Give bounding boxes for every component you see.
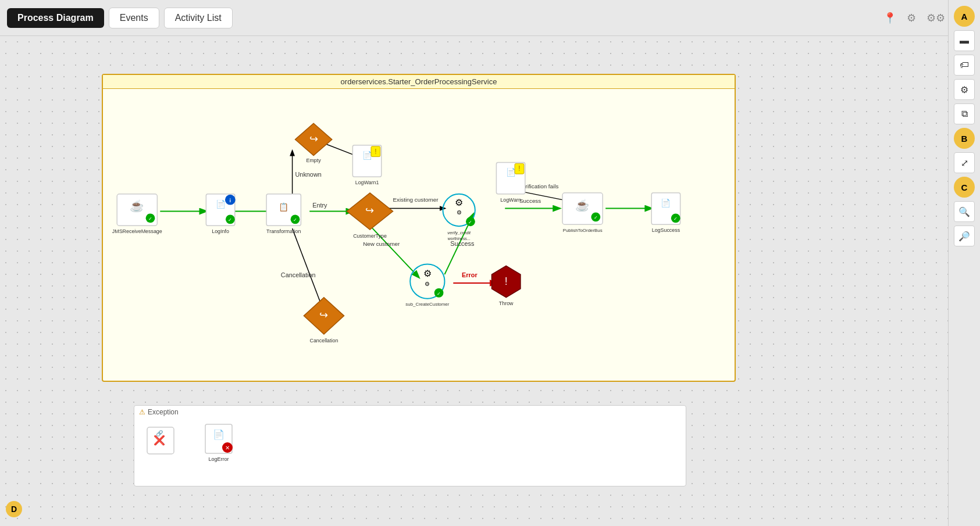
gear-btn[interactable]: ⚙ — [954, 79, 975, 100]
svg-text:sub_CreateCustomer: sub_CreateCustomer — [405, 302, 449, 307]
main-content: orderservices.Starter_OrderProcessingSer… — [0, 36, 948, 526]
svg-text:New customer: New customer — [363, 241, 400, 247]
corner-label-D: D — [6, 501, 22, 517]
svg-text:Cancellation: Cancellation — [310, 338, 338, 343]
right-sidebar: A ▬ 🏷 ⚙ ⧉ B ⤢ C 🔍 🔎 — [948, 0, 980, 526]
svg-text:Throw: Throw — [499, 300, 514, 306]
svg-text:Success: Success — [450, 240, 475, 247]
svg-text:JMSReceiveMessage: JMSReceiveMessage — [112, 228, 162, 234]
svg-text:✓: ✓ — [437, 291, 441, 296]
svg-text:☕: ☕ — [575, 198, 590, 212]
svg-text:📄: 📄 — [661, 198, 671, 208]
binoculars-btn[interactable]: ⧉ — [954, 103, 975, 124]
svg-text:LogWarn: LogWarn — [500, 197, 521, 203]
svg-text:✓: ✓ — [293, 217, 297, 223]
svg-text:📋: 📋 — [279, 202, 289, 212]
svg-text:Cancellation: Cancellation — [281, 271, 316, 278]
svg-text:!: ! — [518, 164, 520, 173]
svg-text:Error: Error — [462, 271, 477, 278]
zoom-out-icon: 🔎 — [958, 231, 970, 242]
svg-text:🔗: 🔗 — [156, 430, 163, 437]
svg-text:✓: ✓ — [468, 220, 472, 225]
exception-title: ⚠ Exception — [134, 406, 686, 418]
process-diagram-svg: Unknown verification fails Error Success… — [103, 88, 735, 381]
exception-icon: ⚠ — [139, 408, 145, 416]
svg-text:↪: ↪ — [309, 133, 318, 145]
svg-text:↪: ↪ — [319, 309, 328, 321]
svg-text:verify_credit: verify_credit — [447, 230, 471, 235]
svg-text:PublishToOrderBus: PublishToOrderBus — [563, 228, 603, 233]
svg-text:i: i — [230, 198, 231, 203]
minimize-btn[interactable]: ▬ — [954, 30, 975, 51]
svg-text:↪: ↪ — [366, 205, 375, 216]
svg-text:LogError: LogError — [208, 456, 229, 462]
zoom-in-icon: 🔍 — [958, 206, 970, 217]
settings2-icon[interactable]: ⚙⚙ — [926, 12, 945, 24]
svg-text:Success: Success — [519, 198, 541, 204]
svg-text:worthiness...: worthiness... — [447, 237, 471, 241]
svg-text:LogWarn1: LogWarn1 — [355, 180, 379, 185]
svg-text:📄: 📄 — [213, 429, 224, 440]
svg-text:Transformation: Transformation — [266, 228, 301, 234]
binoculars-icon: ⧉ — [961, 109, 968, 119]
svg-text:LogInfo: LogInfo — [212, 228, 229, 234]
tab-events[interactable]: Events — [109, 8, 159, 28]
tag-btn[interactable]: 🏷 — [954, 55, 975, 76]
svg-text:✓: ✓ — [673, 216, 678, 221]
circle-A[interactable]: A — [954, 6, 975, 27]
svg-text:⚙: ⚙ — [423, 269, 432, 278]
process-container: orderservices.Starter_OrderProcessingSer… — [102, 74, 736, 382]
tab-process-diagram[interactable]: Process Diagram — [7, 8, 104, 28]
circle-C[interactable]: C — [954, 177, 975, 198]
svg-text:📄: 📄 — [216, 199, 226, 209]
header-icons: 📍 ⚙ ⚙⚙ — [883, 12, 945, 24]
svg-text:☕: ☕ — [130, 199, 144, 213]
collapse-icon: ⤢ — [961, 158, 968, 169]
gear-icon: ⚙ — [960, 84, 968, 95]
settings-icon[interactable]: ⚙ — [907, 12, 916, 24]
svg-text:Unknown: Unknown — [295, 171, 322, 178]
svg-text:Entry: Entry — [312, 202, 327, 209]
svg-text:✕: ✕ — [225, 445, 230, 451]
header: Process Diagram Events Activity List 📍 ⚙… — [0, 0, 980, 36]
svg-text:CustomerType: CustomerType — [353, 233, 387, 239]
svg-text:Empty: Empty — [307, 158, 322, 163]
svg-line-16 — [293, 228, 324, 312]
svg-text:⚙: ⚙ — [455, 198, 463, 207]
svg-text:✓: ✓ — [228, 217, 232, 223]
zoom-in-btn[interactable]: 🔍 — [954, 201, 975, 222]
collapse-btn[interactable]: ⤢ — [954, 152, 975, 173]
tag-icon: 🏷 — [960, 60, 969, 70]
exception-broken-node: ❌ 🔗 — [146, 426, 175, 458]
log-error-node: 📄 ✕ LogError — [204, 423, 239, 464]
svg-text:Existing customer: Existing customer — [393, 196, 439, 203]
exception-label: Exception — [148, 408, 179, 416]
svg-text:!: ! — [505, 275, 508, 287]
process-title: orderservices.Starter_OrderProcessingSer… — [103, 75, 735, 89]
svg-text:LogSuccess: LogSuccess — [652, 227, 680, 233]
tab-activity-list[interactable]: Activity List — [164, 8, 233, 28]
zoom-out-btn[interactable]: 🔎 — [954, 226, 975, 246]
minimize-icon: ▬ — [960, 35, 969, 46]
svg-text:✓: ✓ — [148, 216, 152, 221]
location-icon[interactable]: 📍 — [883, 12, 896, 24]
exception-container: ⚠ Exception ❌ 🔗 📄 ✕ LogError — [134, 405, 686, 486]
svg-text:!: ! — [375, 148, 376, 156]
circle-B[interactable]: B — [954, 128, 975, 149]
svg-text:⚙: ⚙ — [425, 281, 430, 287]
svg-text:⚙: ⚙ — [457, 209, 462, 216]
svg-text:✓: ✓ — [594, 215, 598, 220]
